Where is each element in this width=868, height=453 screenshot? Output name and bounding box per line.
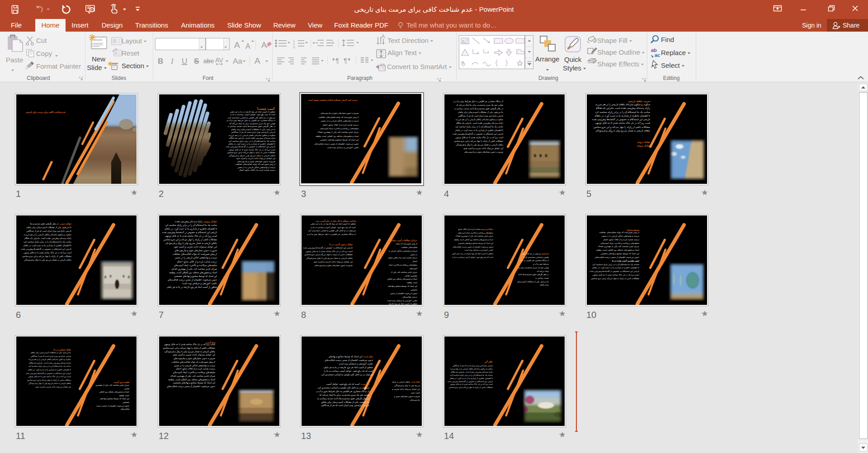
svg-text:A: A: [381, 33, 385, 40]
svg-text:3: 3: [293, 45, 295, 49]
svg-text:¶: ¶: [335, 56, 339, 64]
svg-text:B: B: [158, 57, 163, 65]
svg-text:abe: abe: [203, 57, 214, 65]
svg-text:I: I: [170, 57, 174, 65]
svg-text:S: S: [194, 57, 199, 65]
svg-text:U: U: [182, 57, 187, 65]
svg-text:Aa: Aa: [233, 57, 242, 65]
svg-text:¶: ¶: [344, 56, 347, 64]
svg-text:A: A: [245, 42, 250, 50]
svg-text:A: A: [255, 56, 260, 65]
svg-text:A: A: [234, 40, 240, 50]
svg-text:A: A: [261, 41, 267, 50]
svg-text:AV: AV: [215, 56, 223, 64]
svg-text:ac: ac: [655, 52, 660, 58]
